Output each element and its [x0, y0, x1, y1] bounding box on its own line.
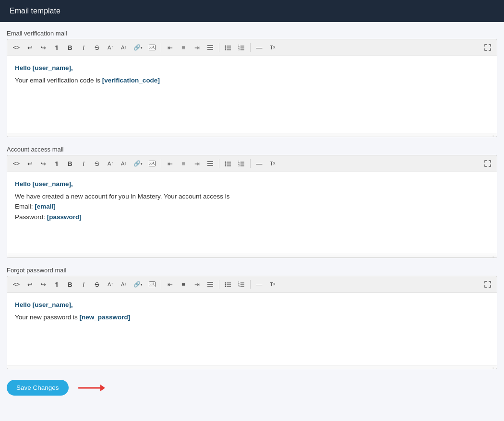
btn-align-right-3[interactable]: ⇥	[191, 278, 203, 291]
btn-undo-3[interactable]: ↩	[24, 278, 36, 291]
toolbar-forgot: <> ↩ ↪ ¶ B I S A↑ A↓ 🔗▾ ⇤ ≡ ⇥	[7, 276, 497, 293]
btn-strikethrough-3[interactable]: S	[91, 278, 103, 291]
access-line3: Email: [email]	[15, 201, 489, 212]
btn-subscript-2[interactable]: A↓	[118, 157, 130, 170]
toolbar-divider-1	[161, 43, 161, 52]
btn-align-center[interactable]: ≡	[177, 41, 190, 54]
btn-fullscreen-2[interactable]	[481, 157, 494, 170]
tag-verification-code: [verification_code]	[102, 77, 160, 84]
editor-body-verification[interactable]: Hello [user_name], Your email verificati…	[7, 56, 497, 133]
toolbar-divider-3	[250, 43, 251, 52]
toolbar-verification: <> ↩ ↪ ¶ B I S A↑ A↓ 🔗▾ ⇤ ≡ ⇥	[7, 39, 497, 56]
btn-bold[interactable]: B	[64, 41, 76, 54]
toolbar-divider-9	[250, 280, 251, 289]
resize-handle-3[interactable]: ⌞	[7, 365, 497, 369]
toolbar-access: <> ↩ ↪ ¶ B I S A↑ A↓ 🔗▾ ⇤ ≡ ⇥	[7, 155, 497, 172]
btn-clear-format-2[interactable]: Tx	[266, 157, 279, 170]
btn-align-right[interactable]: ⇥	[191, 41, 203, 54]
btn-bold-2[interactable]: B	[64, 157, 76, 170]
btn-align-justify-2[interactable]	[204, 157, 216, 170]
svg-text:3.: 3.	[238, 164, 240, 166]
page-title: Email template	[10, 7, 60, 15]
section-label-forgot: Forgot password mail	[7, 267, 497, 274]
toolbar-divider-7	[161, 280, 161, 289]
btn-redo-2[interactable]: ↪	[37, 157, 49, 170]
btn-code-view[interactable]: <>	[10, 41, 23, 54]
tag-email: [email]	[35, 203, 56, 210]
account-access-section: Account access mail <> ↩ ↪ ¶ B I S A↑ A↓…	[7, 146, 497, 258]
tag-password: [password]	[47, 213, 82, 221]
toolbar-divider-6	[250, 159, 251, 168]
btn-hr[interactable]: —	[253, 41, 265, 54]
btn-strikethrough[interactable]: S	[91, 41, 103, 54]
editor-access: <> ↩ ↪ ¶ B I S A↑ A↓ 🔗▾ ⇤ ≡ ⇥	[7, 155, 497, 258]
btn-align-left-2[interactable]: ⇤	[164, 157, 176, 170]
svg-text:3.: 3.	[238, 48, 240, 50]
editor-body-forgot[interactable]: Hello [user_name], Your new password is …	[7, 293, 497, 365]
btn-clear-format[interactable]: Tx	[266, 41, 279, 54]
btn-superscript-2[interactable]: A↑	[104, 157, 117, 170]
verification-line1: Hello [user_name],	[15, 63, 489, 73]
btn-image-3[interactable]	[146, 278, 158, 291]
btn-link-2[interactable]: 🔗▾	[131, 157, 145, 170]
resize-icon-3: ⌞	[492, 364, 495, 369]
btn-link-3[interactable]: 🔗▾	[131, 278, 145, 291]
btn-fullscreen[interactable]	[481, 41, 494, 54]
btn-undo[interactable]: ↩	[24, 41, 36, 54]
btn-align-right-2[interactable]: ⇥	[191, 157, 203, 170]
btn-code-view-2[interactable]: <>	[10, 157, 23, 170]
btn-hr-3[interactable]: —	[253, 278, 265, 291]
tag-user-name-3: [user_name]	[33, 301, 71, 308]
resize-icon-1: ⌞	[492, 132, 495, 137]
btn-align-center-2[interactable]: ≡	[177, 157, 190, 170]
btn-fullscreen-3[interactable]	[481, 278, 494, 291]
btn-image[interactable]	[146, 41, 158, 54]
btn-italic[interactable]: I	[77, 41, 90, 54]
btn-strikethrough-2[interactable]: S	[91, 157, 103, 170]
btn-code-view-3[interactable]: <>	[10, 278, 23, 291]
svg-point-39	[225, 282, 227, 284]
btn-align-left[interactable]: ⇤	[164, 41, 176, 54]
btn-superscript[interactable]: A↑	[104, 41, 117, 54]
btn-italic-2[interactable]: I	[77, 157, 90, 170]
btn-ol-2[interactable]: 1.2.3.	[235, 157, 248, 170]
btn-superscript-3[interactable]: A↑	[104, 278, 117, 291]
btn-ol[interactable]: 1.2.3.	[235, 41, 248, 54]
editor-body-access[interactable]: Hello [user_name], We have created a new…	[7, 172, 497, 254]
btn-align-justify-3[interactable]	[204, 278, 216, 291]
btn-ul-3[interactable]	[222, 278, 234, 291]
access-line2: We have created a new account for you in…	[15, 191, 489, 202]
save-button[interactable]: Save Changes	[7, 380, 69, 396]
btn-redo-3[interactable]: ↪	[37, 278, 49, 291]
btn-link[interactable]: 🔗▾	[131, 41, 145, 54]
svg-point-7	[225, 47, 227, 49]
btn-paragraph-2[interactable]: ¶	[50, 157, 63, 170]
btn-ul-2[interactable]	[222, 157, 234, 170]
btn-align-center-3[interactable]: ≡	[177, 278, 190, 291]
btn-image-2[interactable]	[146, 157, 158, 170]
forgot-password-section: Forgot password mail <> ↩ ↪ ¶ B I S A↑ A…	[7, 267, 497, 369]
btn-align-justify[interactable]	[204, 41, 216, 54]
btn-italic-3[interactable]: I	[77, 278, 90, 291]
btn-redo[interactable]: ↪	[37, 41, 49, 54]
btn-clear-format-3[interactable]: Tx	[266, 278, 279, 291]
btn-hr-2[interactable]: —	[253, 157, 265, 170]
svg-marker-52	[100, 385, 105, 391]
btn-ol-3[interactable]: 1.2.3.	[235, 278, 248, 291]
svg-point-41	[225, 284, 227, 286]
btn-bold-3[interactable]: B	[64, 278, 76, 291]
btn-subscript[interactable]: A↓	[118, 41, 130, 54]
btn-align-left-3[interactable]: ⇤	[164, 278, 176, 291]
btn-undo-2[interactable]: ↩	[24, 157, 36, 170]
btn-paragraph[interactable]: ¶	[50, 41, 63, 54]
page-content: Email verification mail <> ↩ ↪ ¶ B I S A…	[0, 22, 504, 407]
svg-point-1	[153, 46, 154, 47]
tag-new-password: [new_password]	[80, 314, 131, 321]
svg-point-22	[225, 162, 227, 163]
section-label-verification: Email verification mail	[7, 30, 497, 37]
btn-subscript-3[interactable]: A↓	[118, 278, 130, 291]
btn-ul[interactable]	[222, 41, 234, 54]
resize-handle-2[interactable]: ⌞	[7, 254, 497, 257]
resize-handle-1[interactable]: ⌞	[7, 133, 497, 137]
btn-paragraph-3[interactable]: ¶	[50, 278, 63, 291]
